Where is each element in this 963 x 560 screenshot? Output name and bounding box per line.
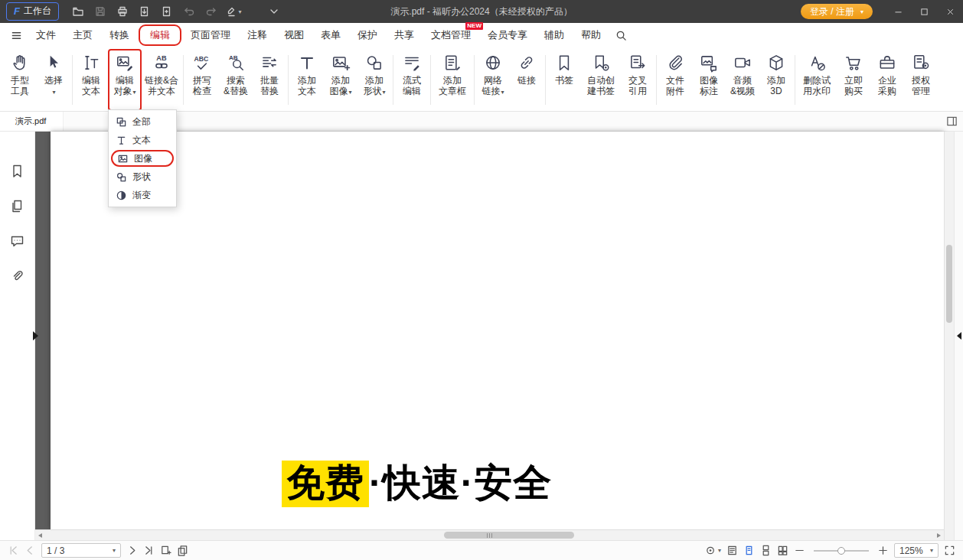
- workspace-button[interactable]: F 工作台: [6, 2, 59, 21]
- chevron-down-icon: ▾: [718, 547, 721, 554]
- spell-check-button[interactable]: ABC 拼写检查: [185, 49, 219, 96]
- zoom-out-button[interactable]: [794, 545, 805, 556]
- multi-page-view-button[interactable]: [777, 545, 788, 556]
- print-button[interactable]: [113, 2, 132, 21]
- add-image-button[interactable]: 添加图像: [324, 49, 357, 98]
- menu-tab-doc-manage[interactable]: 文档管理 NEW: [423, 24, 478, 46]
- add-shape-button[interactable]: 添加形状: [357, 49, 391, 98]
- zoom-slider-thumb[interactable]: [837, 547, 845, 555]
- ribbon-separator: [72, 55, 73, 105]
- horizontal-scrollbar[interactable]: [35, 529, 944, 540]
- hand-tool-button[interactable]: 手型工具: [3, 49, 37, 96]
- audio-video-button[interactable]: 音频&视频: [726, 49, 759, 96]
- scroll-left-arrow[interactable]: [38, 533, 42, 538]
- menu-tab-convert[interactable]: 转换: [102, 24, 137, 46]
- select-button[interactable]: 选择: [37, 49, 70, 98]
- dropdown-item-all[interactable]: 全部: [109, 112, 176, 131]
- quick-tool-button[interactable]: ▾: [224, 2, 243, 21]
- link-button[interactable]: 链接: [510, 49, 544, 86]
- menu-tab-comment[interactable]: 注释: [240, 24, 275, 46]
- open-file-button[interactable]: [68, 2, 88, 21]
- undo-button[interactable]: [179, 2, 199, 21]
- menu-tab-help[interactable]: 帮助: [573, 24, 609, 46]
- menu-tab-edit[interactable]: 编辑: [139, 24, 181, 46]
- attachments-panel-button[interactable]: [10, 269, 24, 284]
- menu-tab-member[interactable]: 会员专享: [480, 24, 535, 46]
- button-label: 形状: [363, 86, 385, 98]
- menu-tab-view[interactable]: 视图: [276, 24, 312, 46]
- pages-panel-button[interactable]: [10, 199, 24, 213]
- collapse-right-panel-arrow[interactable]: [957, 332, 961, 340]
- snapshot-button[interactable]: [160, 545, 171, 556]
- dropdown-item-shape[interactable]: 形状: [109, 168, 176, 186]
- zoom-in-button[interactable]: [877, 545, 889, 556]
- right-panel-toggle-button[interactable]: [946, 116, 958, 127]
- license-manage-button[interactable]: 授权管理: [904, 49, 938, 96]
- edit-text-button[interactable]: 编辑文本: [74, 49, 108, 96]
- expand-left-panel-arrow[interactable]: [33, 331, 38, 340]
- menu-tab-share[interactable]: 共享: [387, 24, 422, 46]
- save-button[interactable]: [90, 2, 110, 21]
- cross-reference-button[interactable]: 交叉引用: [621, 49, 655, 96]
- remove-trial-watermark-button[interactable]: 删除试用水印: [797, 49, 837, 96]
- next-page-button[interactable]: [126, 545, 138, 556]
- single-page-view-button[interactable]: [743, 545, 755, 556]
- buy-now-button[interactable]: 立即购买: [837, 49, 870, 96]
- window-close-button[interactable]: [937, 0, 963, 23]
- image-annotation-button[interactable]: 图像标注: [692, 49, 726, 96]
- text-view-button[interactable]: [726, 545, 738, 556]
- menu-tab-form[interactable]: 表单: [313, 24, 348, 46]
- zoom-slider[interactable]: [814, 550, 869, 552]
- previous-page-button[interactable]: [24, 545, 36, 556]
- scroll-right-arrow[interactable]: [937, 533, 941, 538]
- comments-panel-button[interactable]: [10, 234, 24, 249]
- add-3d-button[interactable]: 添加3D: [759, 49, 793, 96]
- fullscreen-button[interactable]: [944, 545, 955, 556]
- export-document-button[interactable]: [135, 2, 155, 21]
- file-attachment-button[interactable]: 文件附件: [658, 49, 692, 96]
- batch-replace-button[interactable]: 批量替换: [253, 49, 286, 96]
- bookmarks-panel-button[interactable]: [10, 164, 24, 178]
- horizontal-scroll-thumb[interactable]: [444, 532, 574, 539]
- dropdown-item-gradient[interactable]: 渐变: [109, 186, 176, 204]
- login-register-button[interactable]: 登录 / 注册 ▾: [801, 4, 873, 19]
- menu-tab-protect[interactable]: 保护: [350, 24, 385, 46]
- button-label: 编辑: [82, 75, 100, 86]
- button-label: 添加: [767, 75, 785, 86]
- enterprise-purchase-button[interactable]: 企业采购: [870, 49, 904, 96]
- pdf-page[interactable]: 免费·快速·安全: [51, 132, 944, 529]
- add-text-button[interactable]: 添加文本: [290, 49, 324, 96]
- vertical-scrollbar[interactable]: [944, 132, 954, 540]
- first-page-button[interactable]: [8, 545, 19, 556]
- main-menu-button[interactable]: [6, 30, 26, 41]
- last-page-button[interactable]: [143, 545, 155, 556]
- dropdown-item-image[interactable]: 图像: [111, 150, 174, 167]
- clipboard-button[interactable]: [177, 545, 188, 556]
- window-maximize-button[interactable]: [911, 0, 937, 23]
- zoom-level-select[interactable]: 125% ▾: [894, 543, 939, 558]
- auto-create-bookmark-button[interactable]: 自动创建书签: [581, 49, 621, 96]
- menu-tab-page-manage[interactable]: 页面管理: [183, 24, 238, 46]
- menu-tab-home[interactable]: 主页: [65, 24, 100, 46]
- window-minimize-button[interactable]: [885, 0, 911, 23]
- search-replace-button[interactable]: AB 搜索&替换: [219, 49, 253, 96]
- vertical-scroll-thumb[interactable]: [946, 245, 952, 323]
- collapse-toolbar-button[interactable]: [264, 2, 284, 21]
- link-merge-text-button[interactable]: AB 链接&合并文本: [142, 49, 181, 96]
- splitter-grip[interactable]: [487, 533, 493, 538]
- page-number-select[interactable]: 1 / 3 ▾: [41, 543, 121, 558]
- menu-tab-file[interactable]: 文件: [28, 24, 64, 46]
- menu-tab-assist[interactable]: 辅助: [537, 24, 572, 46]
- bookmark-button[interactable]: 书签: [547, 49, 581, 86]
- search-button[interactable]: [615, 30, 627, 41]
- continuous-view-button[interactable]: [760, 545, 772, 556]
- edit-object-button[interactable]: 编辑对象: [108, 49, 142, 111]
- view-mode-button[interactable]: ▾: [705, 545, 721, 556]
- dropdown-item-text[interactable]: 文本: [109, 131, 176, 149]
- redo-button[interactable]: [201, 2, 221, 21]
- web-link-button[interactable]: 网络链接: [476, 49, 510, 98]
- add-article-box-button[interactable]: 添加文章框: [433, 49, 472, 96]
- flow-edit-button[interactable]: 流式编辑: [395, 49, 429, 96]
- create-document-button[interactable]: [157, 2, 177, 21]
- document-tab[interactable]: 演示.pdf: [0, 112, 64, 131]
